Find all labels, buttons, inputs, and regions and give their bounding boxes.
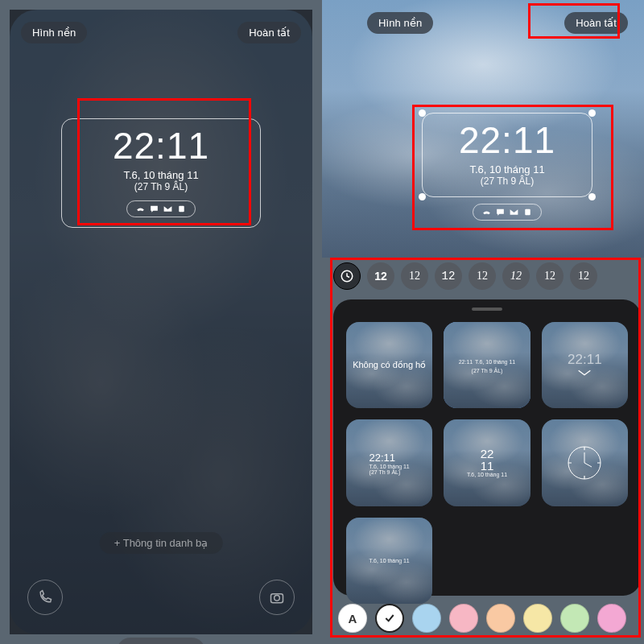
tile-time: 22:11 xyxy=(568,352,602,368)
style-tile[interactable]: T.6, 10 tháng 11 xyxy=(346,518,432,604)
svg-line-10 xyxy=(584,463,592,467)
clock-time: 22:11 xyxy=(429,122,585,159)
done-button-right[interactable]: Hoàn tất xyxy=(564,12,628,34)
svg-point-2 xyxy=(275,596,280,601)
font-style-row: 12 12 12 12 12 12 12 xyxy=(333,262,644,290)
wallpaper-button-right[interactable]: Hình nền xyxy=(367,12,433,34)
tile-time: 22:11 xyxy=(459,359,473,365)
done-button-left[interactable]: Hoàn tất xyxy=(237,22,301,43)
messages-icon xyxy=(149,204,159,214)
font-option[interactable]: 12 xyxy=(469,262,496,290)
mail-icon xyxy=(163,204,173,214)
clock-lunar: (27 Th 9 ÂL) xyxy=(429,175,585,187)
tile-date: T.6, 10 tháng 11 xyxy=(369,558,410,564)
style-tile-analog[interactable] xyxy=(542,419,628,506)
color-swatch[interactable] xyxy=(486,604,515,633)
style-tile-label: Không có đồng hồ xyxy=(349,357,429,374)
filter-button[interactable]: Bộ lọc xyxy=(117,638,205,644)
color-swatch[interactable] xyxy=(375,604,404,633)
clock-style-panel: Không có đồng hồ 22:11 T.6, 10 tháng 11 … xyxy=(333,299,641,596)
color-auto[interactable]: A xyxy=(338,604,367,633)
tile-date: T.6, 10 tháng 11 xyxy=(369,464,410,469)
mail-icon xyxy=(509,207,519,217)
color-swatch[interactable] xyxy=(560,604,589,633)
clock-time: 22:11 xyxy=(68,127,254,164)
svg-rect-0 xyxy=(179,206,184,213)
font-option-analog[interactable] xyxy=(333,262,361,290)
missed-call-icon xyxy=(481,207,492,217)
style-tile[interactable]: 22:11 xyxy=(542,322,628,408)
color-picker-row: A xyxy=(330,601,644,636)
app-icon xyxy=(522,207,533,217)
missed-call-icon xyxy=(135,204,146,214)
style-tile[interactable]: 22:11 T.6, 10 tháng 11 (27 Th 9 ÂL) xyxy=(444,322,530,408)
font-option[interactable]: 12 xyxy=(502,262,530,290)
tile-time: 22:11 xyxy=(369,452,410,464)
font-option[interactable]: 12 xyxy=(570,262,597,290)
tile-lunar: (27 Th 9 ÂL) xyxy=(369,469,410,475)
add-contact-button[interactable]: + Thông tin danh bạ xyxy=(100,532,223,554)
clock-widget-right[interactable]: 22:11 T.6, 10 tháng 11 (27 Th 9 ÂL) xyxy=(411,105,604,232)
tile-time: 11 xyxy=(467,460,507,472)
style-tile[interactable]: 22:11 T.6, 10 tháng 11 (27 Th 9 ÂL) xyxy=(346,419,432,506)
notification-icons[interactable] xyxy=(473,204,542,221)
tile-date: T.6, 10 tháng 11 xyxy=(475,359,515,365)
resize-handle-icon[interactable] xyxy=(419,193,426,200)
camera-shortcut[interactable] xyxy=(259,580,295,615)
resize-handle-icon[interactable] xyxy=(419,109,426,117)
color-swatch[interactable] xyxy=(412,604,441,633)
clock-date: T.6, 10 tháng 11 xyxy=(68,169,254,181)
clock-date: T.6, 10 tháng 11 xyxy=(429,163,585,175)
resize-handle-icon[interactable] xyxy=(588,109,596,117)
svg-rect-6 xyxy=(525,209,530,216)
app-icon xyxy=(176,204,187,214)
style-tile-none[interactable]: Không có đồng hồ xyxy=(346,322,432,408)
color-swatch[interactable] xyxy=(597,604,626,633)
phone-right-preview: Hình nền Hoàn tất 22:11 T.6, 10 tháng 11… xyxy=(322,0,644,258)
clock-widget-left[interactable]: 22:11 T.6, 10 tháng 11 (27 Th 9 ÂL) xyxy=(50,110,272,239)
font-option[interactable]: 12 xyxy=(435,262,462,290)
color-swatch[interactable] xyxy=(523,604,552,633)
phone-shortcut[interactable] xyxy=(27,580,63,615)
notification-icons[interactable] xyxy=(126,200,196,217)
font-option[interactable]: 12 xyxy=(367,262,394,290)
resize-handle-icon[interactable] xyxy=(588,193,596,200)
tile-date: T.6, 10 tháng 11 xyxy=(467,472,507,477)
phone-left: Hình nền Hoàn tất 22:11 T.6, 10 tháng 11… xyxy=(10,10,312,634)
clock-lunar: (27 Th 9 ÂL) xyxy=(68,181,254,192)
font-option[interactable]: 12 xyxy=(401,262,428,290)
font-option[interactable]: 12 xyxy=(536,262,564,290)
tile-lunar: (27 Th 9 ÂL) xyxy=(472,368,503,374)
wallpaper-button[interactable]: Hình nền xyxy=(21,22,87,43)
drag-handle-icon[interactable] xyxy=(472,308,502,311)
color-swatch[interactable] xyxy=(449,604,478,633)
style-tile[interactable]: 22 11 T.6, 10 tháng 11 xyxy=(444,419,530,506)
messages-icon xyxy=(495,207,506,217)
